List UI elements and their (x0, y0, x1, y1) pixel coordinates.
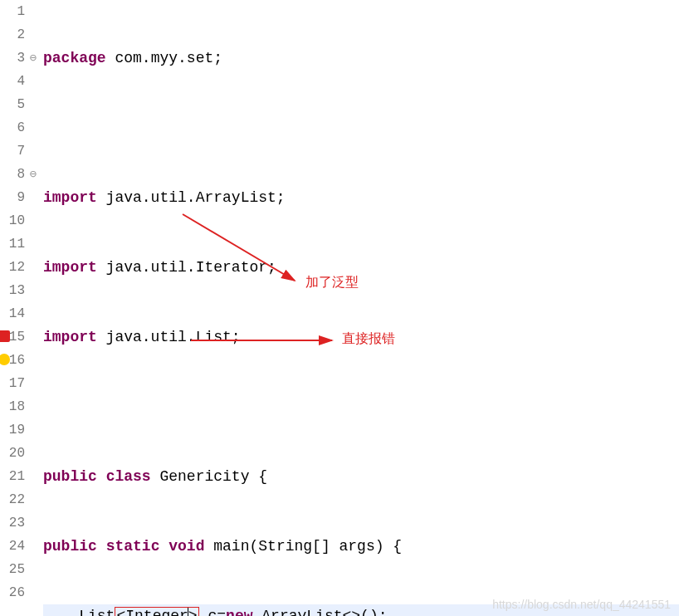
annotation-arrow-1 (166, 208, 332, 299)
annotation-arrow-2 (191, 332, 349, 349)
watermark: https://blog.csdn.net/qq_44241551 (492, 598, 671, 611)
code-area[interactable]: package com.myy.set; import java.util.Ar… (30, 0, 679, 616)
keyword-package: package (43, 50, 106, 66)
svg-line-0 (183, 214, 295, 281)
line-number-gutter: 1 2 3 4 5 6 7 8 9 10 11 12 13 14 15 16 1… (0, 0, 30, 616)
